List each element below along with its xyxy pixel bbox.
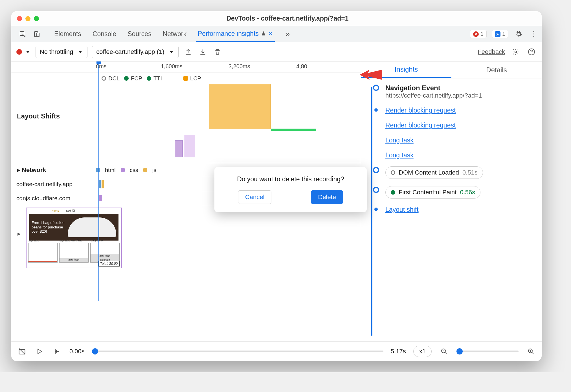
info-count: 1: [502, 31, 505, 37]
settings-icon[interactable]: [513, 29, 524, 39]
record-button[interactable]: [16, 49, 22, 55]
filmstrip-prev-icon[interactable]: ▸: [15, 230, 23, 237]
filmstrip: ▸ menu cart (0) Free 1 bag of coffee bea…: [11, 205, 361, 270]
window-title: DevTools - coffee-cart.netlify.app/?ad=1: [39, 15, 536, 22]
feedback-link[interactable]: Feedback: [478, 48, 505, 56]
tab-label: Performance insights: [198, 30, 259, 38]
insight-title: Navigation Event: [385, 84, 537, 92]
help-icon[interactable]: [526, 47, 537, 57]
insight-link[interactable]: Layout shift: [385, 206, 419, 213]
titlebar: DevTools - coffee-cart.netlify.app/?ad=1: [11, 11, 542, 26]
more-tabs-icon[interactable]: »: [283, 29, 293, 39]
marker-legend: DCL FCP TTI LCP: [11, 73, 361, 84]
css-block[interactable]: [184, 135, 195, 157]
play-icon[interactable]: [34, 346, 45, 356]
devtools-window: DevTools - coffee-cart.netlify.app/?ad=1…: [11, 11, 542, 361]
playbar-start-time: 0.00s: [69, 348, 85, 355]
delete-button[interactable]: Delete: [311, 190, 343, 204]
kebab-menu-icon[interactable]: ⋮: [529, 29, 539, 39]
details-tab[interactable]: Details: [451, 61, 542, 78]
chevron-down-icon: ▼: [168, 50, 175, 54]
dcl-dot-icon: [391, 170, 395, 175]
insight-link[interactable]: Long task: [385, 151, 414, 159]
lcp-block[interactable]: [209, 84, 271, 129]
close-window-icon[interactable]: [17, 16, 22, 21]
zoom-out-icon[interactable]: [439, 346, 449, 356]
info-badge[interactable]: ➤ 1: [492, 30, 508, 38]
slider-handle[interactable]: [92, 348, 98, 354]
zoom-in-icon[interactable]: [526, 346, 536, 356]
throttling-select[interactable]: No throttling ▼: [36, 46, 87, 58]
delete-icon[interactable]: [212, 47, 223, 57]
ruler-tick: 0ms: [96, 63, 107, 70]
css-block[interactable]: [175, 140, 183, 157]
lcp-marker-icon: [183, 76, 188, 81]
tab-sources[interactable]: Sources: [126, 26, 153, 42]
ruler-tick: 1,600ms: [161, 63, 183, 70]
ruler-tick: 3,200ms: [229, 63, 250, 70]
svg-point-3: [515, 51, 517, 53]
fcp-marker-icon: [124, 76, 129, 81]
recording-select[interactable]: coffee-cart.netlify.app (1) ▼: [92, 46, 179, 58]
slider-handle[interactable]: [456, 348, 463, 354]
insight-link[interactable]: Long task: [385, 136, 414, 144]
css-swatch-icon: [121, 168, 125, 172]
svg-rect-2: [37, 33, 39, 37]
time-ruler[interactable]: 0ms 1,600ms 3,200ms 4,80: [11, 61, 361, 73]
error-icon: ✕: [473, 31, 479, 37]
close-tab-icon[interactable]: ✕: [268, 30, 273, 37]
panel-settings-icon[interactable]: [511, 47, 521, 57]
ruler-tick: 4,80: [296, 63, 307, 70]
delete-confirmation-dialog: Do you want to delete this recording? Ca…: [214, 167, 367, 212]
devtools-tabbar: Elements Console Sources Network Perform…: [11, 26, 542, 42]
insight-url: https://coffee-cart.netlify.app/?ad=1: [385, 92, 537, 99]
dcl-marker-icon: [102, 76, 106, 81]
maximize-window-icon[interactable]: [34, 16, 39, 21]
annotation-arrow-icon: [358, 66, 384, 83]
speed-pill[interactable]: x1: [413, 346, 432, 357]
recording-value: coffee-cart.netlify.app (1): [96, 48, 164, 56]
timeline-slider[interactable]: [92, 351, 383, 352]
info-icon: ➤: [495, 31, 500, 37]
fcp-dot-icon: [391, 190, 395, 195]
flask-icon: [261, 31, 266, 36]
rewind-icon[interactable]: [52, 346, 62, 356]
cancel-button[interactable]: Cancel: [238, 190, 271, 204]
screenshot-toggle-icon[interactable]: [17, 346, 27, 356]
error-badge[interactable]: ✕ 1: [470, 30, 487, 38]
zoom-slider[interactable]: [456, 351, 519, 352]
tab-console[interactable]: Console: [91, 26, 118, 42]
download-icon[interactable]: [198, 47, 208, 57]
total-label: Total: $0.00: [98, 261, 120, 267]
insight-link[interactable]: Render blocking request: [385, 107, 456, 114]
device-toggle-icon[interactable]: [32, 29, 42, 39]
timeline-dot-icon: [374, 208, 378, 211]
fcp-pill[interactable]: First Contentful Paint 0.56s: [385, 186, 480, 199]
chevron-down-icon: ▼: [77, 50, 83, 54]
record-menu-chevron-icon[interactable]: ▼: [25, 50, 31, 54]
upload-icon[interactable]: [183, 47, 193, 57]
traffic-lights: [17, 16, 39, 21]
inspect-icon[interactable]: [17, 29, 28, 39]
tab-elements[interactable]: Elements: [52, 26, 83, 42]
insight-link[interactable]: Render blocking request: [385, 122, 456, 129]
minimize-window-icon[interactable]: [25, 16, 30, 21]
tti-marker-icon: [147, 76, 151, 81]
js-swatch-icon: [143, 168, 147, 172]
timeline-marker-icon: [373, 187, 379, 193]
tab-network[interactable]: Network: [161, 26, 188, 42]
insights-panel: Insights Details Navigation Event https:…: [361, 61, 542, 341]
insights-list[interactable]: Navigation Event https://coffee-cart.net…: [361, 78, 542, 341]
layout-shifts-label: Layout Shifts: [17, 112, 60, 120]
tab-performance-insights[interactable]: Performance insights ✕: [196, 26, 275, 42]
timeline-dot-icon: [374, 108, 378, 112]
screenshot-thumbnail[interactable]: menu cart (0) Free 1 bag of coffee beans…: [26, 208, 122, 268]
playhead[interactable]: [98, 61, 99, 301]
throttling-value: No throttling: [40, 48, 73, 56]
playback-bar: 0.00s 5.17s x1: [11, 341, 542, 361]
layout-shift-bar[interactable]: [271, 129, 316, 131]
cup-image-icon: [68, 217, 116, 237]
dcl-pill[interactable]: DOM Content Loaded 0.51s: [385, 166, 483, 179]
request-bar[interactable]: [102, 180, 104, 188]
playbar-end-time: 5.17s: [391, 348, 406, 355]
